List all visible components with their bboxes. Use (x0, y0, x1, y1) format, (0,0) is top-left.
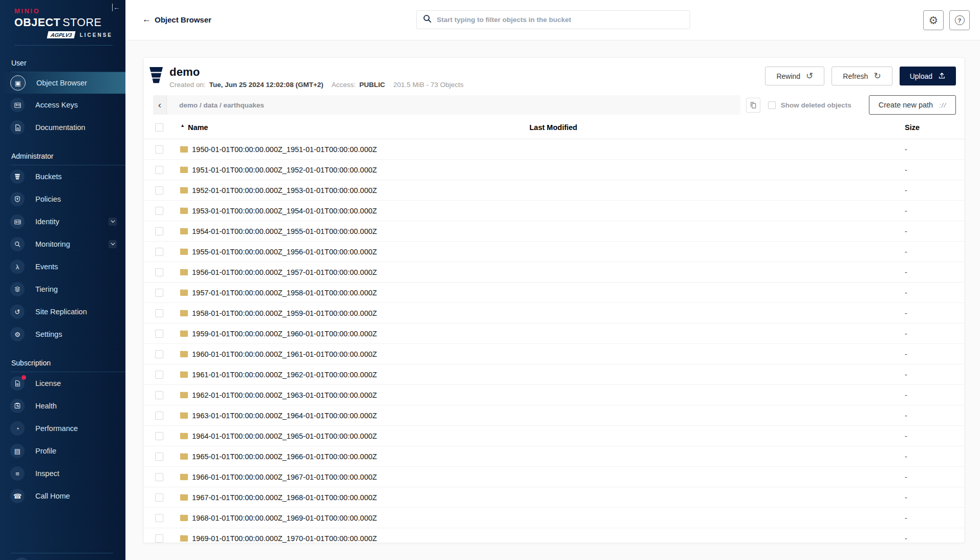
table-row[interactable]: 1952-01-01T00:00:00.000Z_1953-01-01T00:0… (144, 180, 964, 201)
object-name: 1965-01-01T00:00:00.000Z_1966-01-01T00:0… (192, 453, 377, 461)
sidebar-item-monitoring[interactable]: Monitoring (0, 233, 125, 255)
row-checkbox[interactable] (155, 207, 163, 215)
brand-name: MINIO (14, 7, 125, 15)
table-row[interactable]: 1951-01-01T00:00:00.000Z_1952-01-01T00:0… (144, 160, 964, 180)
column-header-name[interactable]: ▲ Name (163, 123, 529, 132)
sidebar-item-license[interactable]: License (0, 372, 125, 395)
select-all-checkbox[interactable] (155, 123, 163, 132)
object-filter-searchbox[interactable] (416, 10, 690, 29)
row-checkbox[interactable] (155, 453, 163, 461)
health-icon (10, 399, 25, 413)
row-checkbox[interactable] (155, 432, 163, 440)
upload-button[interactable]: Upload (900, 67, 956, 85)
sidebar-item-events[interactable]: λ Events (0, 255, 125, 278)
row-checkbox[interactable] (155, 412, 163, 420)
sidebar-item-performance[interactable]: ◔ Performance (0, 417, 125, 440)
sidebar-item-settings[interactable]: ⚙ Settings (0, 323, 125, 346)
chevron-down-icon[interactable] (109, 240, 117, 248)
column-header-size[interactable]: Size (905, 123, 953, 132)
table-row[interactable]: 1957-01-01T00:00:00.000Z_1958-01-01T00:0… (144, 283, 964, 303)
sidebar-item-identity[interactable]: Identity (0, 210, 125, 233)
table-row[interactable]: 1969-01-01T00:00:00.000Z_1970-01-01T00:0… (144, 528, 964, 543)
object-name-cell: 1951-01-01T00:00:00.000Z_1952-01-01T00:0… (163, 166, 529, 174)
table-row[interactable]: 1967-01-01T00:00:00.000Z_1968-01-01T00:0… (144, 487, 964, 508)
refresh-button[interactable]: Refresh ↻ (832, 67, 892, 85)
sidebar-item-profile[interactable]: ▤ Profile (0, 440, 125, 462)
size-cell: - (905, 330, 953, 338)
table-row[interactable]: 1950-01-01T00:00:00.000Z_1951-01-01T00:0… (144, 139, 964, 160)
sidebar-item-call-home[interactable]: ☎ Call Home (0, 485, 125, 507)
folder-icon (180, 166, 188, 174)
size-cell: - (905, 248, 953, 256)
show-deleted-checkbox[interactable] (768, 101, 776, 109)
row-checkbox[interactable] (155, 186, 163, 195)
sidebar-item-site-replication[interactable]: ↺ Site Replication (0, 300, 125, 323)
sidebar-item-object-browser[interactable]: ▣ Object Browser (0, 72, 125, 94)
sidebar-item-policies[interactable]: Policies (0, 188, 125, 210)
sidebar-item-tiering[interactable]: Tiering (0, 278, 125, 300)
page-title: Object Browser (155, 15, 211, 24)
create-new-path-button[interactable]: Create new path :// (869, 95, 956, 115)
sidebar-item-inspect[interactable]: ≡ Inspect (0, 462, 125, 485)
table-row[interactable]: 1964-01-01T00:00:00.000Z_1965-01-01T00:0… (144, 426, 964, 446)
folder-icon (180, 289, 188, 296)
table-row[interactable]: 1960-01-01T00:00:00.000Z_1961-01-01T00:0… (144, 344, 964, 364)
table-row[interactable]: 1968-01-01T00:00:00.000Z_1969-01-01T00:0… (144, 508, 964, 528)
gear-icon: ⚙ (10, 327, 25, 341)
row-checkbox[interactable] (155, 289, 163, 297)
agpl-badge: AGPLV3 (47, 31, 76, 38)
table-row[interactable]: 1958-01-01T00:00:00.000Z_1959-01-01T00:0… (144, 303, 964, 324)
row-checkbox[interactable] (155, 371, 163, 379)
row-checkbox[interactable] (155, 309, 163, 317)
object-name: 1964-01-01T00:00:00.000Z_1965-01-01T00:0… (192, 432, 377, 440)
row-checkbox[interactable] (155, 248, 163, 256)
help-button[interactable]: ? (949, 10, 970, 30)
table-row[interactable]: 1961-01-01T00:00:00.000Z_1962-01-01T00:0… (144, 364, 964, 385)
table-row[interactable]: 1959-01-01T00:00:00.000Z_1960-01-01T00:0… (144, 324, 964, 344)
inspect-icon: ≡ (10, 466, 25, 481)
row-checkbox[interactable] (155, 145, 163, 154)
table-row[interactable]: 1965-01-01T00:00:00.000Z_1966-01-01T00:0… (144, 446, 964, 467)
settings-button[interactable]: ⚙ (923, 10, 944, 30)
object-name-cell: 1968-01-01T00:00:00.000Z_1969-01-01T00:0… (163, 514, 529, 522)
object-name-cell: 1955-01-01T00:00:00.000Z_1956-01-01T00:0… (163, 248, 529, 256)
breadcrumb-back-button[interactable]: ‹ (153, 95, 167, 115)
table-row[interactable]: 1955-01-01T00:00:00.000Z_1956-01-01T00:0… (144, 242, 964, 262)
row-checkbox[interactable] (155, 391, 163, 399)
sidebar-item-buckets[interactable]: Buckets (0, 165, 125, 188)
row-checkbox[interactable] (155, 330, 163, 338)
row-checkbox[interactable] (155, 493, 163, 502)
table-row[interactable]: 1953-01-01T00:00:00.000Z_1954-01-01T00:0… (144, 201, 964, 221)
sidebar-item-documentation[interactable]: Documentation (0, 116, 125, 139)
column-header-last-modified[interactable]: Last Modified (529, 123, 905, 132)
table-row[interactable]: 1962-01-01T00:00:00.000Z_1963-01-01T00:0… (144, 385, 964, 405)
table-row[interactable]: 1963-01-01T00:00:00.000Z_1964-01-01T00:0… (144, 405, 964, 426)
row-checkbox[interactable] (155, 227, 163, 235)
row-checkbox[interactable] (155, 534, 163, 543)
folder-icon (180, 187, 188, 194)
copy-path-button[interactable] (746, 98, 760, 113)
row-checkbox[interactable] (155, 473, 163, 481)
row-checkbox[interactable] (155, 166, 163, 174)
folder-icon (180, 310, 188, 317)
sidebar-item-health[interactable]: Health (0, 395, 125, 417)
access-keys-icon (10, 98, 25, 112)
table-row[interactable]: 1954-01-01T00:00:00.000Z_1955-01-01T00:0… (144, 221, 964, 242)
row-checkbox[interactable] (155, 268, 163, 276)
folder-icon (180, 433, 188, 440)
chevron-down-icon[interactable] (109, 218, 117, 226)
sidebar-collapse-icon[interactable]: ← (112, 4, 120, 11)
rewind-button[interactable]: Rewind ↺ (765, 67, 824, 85)
search-input[interactable] (437, 16, 684, 24)
row-checkbox[interactable] (155, 350, 163, 358)
tiering-icon (10, 282, 25, 296)
breadcrumb[interactable]: demo / data / earthquakes (167, 95, 740, 115)
bucket-browser-card: demo Created on: Tue, Jun 25 2024 12:02:… (143, 57, 965, 543)
created-label: Created on: (169, 81, 206, 89)
sort-asc-icon: ▲ (180, 123, 185, 128)
back-arrow-icon[interactable]: ← (142, 14, 151, 25)
row-checkbox[interactable] (155, 514, 163, 522)
table-row[interactable]: 1966-01-01T00:00:00.000Z_1967-01-01T00:0… (144, 467, 964, 487)
table-row[interactable]: 1956-01-01T00:00:00.000Z_1957-01-01T00:0… (144, 262, 964, 283)
sidebar-item-access-keys[interactable]: Access Keys (0, 94, 125, 116)
